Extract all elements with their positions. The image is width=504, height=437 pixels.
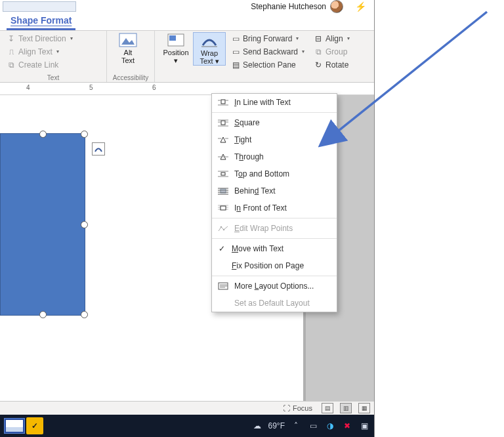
ruler-mark: 5 (89, 84, 93, 91)
group-button: ⧉ Group (311, 45, 356, 58)
menu-move-with-label: Move with Text (232, 244, 330, 253)
resize-handle[interactable] (39, 311, 47, 318)
menu-edit-wrap-label: Edit Wrap Points (234, 224, 330, 233)
wrap-text-menu: In Line with Text Square Tight Through T… (211, 93, 337, 312)
menu-behind-label: Behind Text (234, 186, 330, 196)
chevron-down-icon: ▾ (296, 35, 299, 41)
square-icon (217, 118, 229, 127)
menu-inline[interactable]: In Line with Text (212, 94, 337, 111)
view-web-icon[interactable]: ▦ (358, 403, 370, 413)
ruler-mark: 6 (152, 84, 156, 91)
avatar[interactable] (330, 0, 343, 13)
tray-alert-icon[interactable]: ✖ (341, 420, 353, 432)
search-input[interactable] (3, 1, 76, 12)
focus-icon: ⛶ (283, 404, 290, 412)
word-window: Stephanie Hutcheson ⚡ Shape Format ↧ Tex… (0, 0, 375, 437)
menu-behind-text[interactable]: Behind Text (212, 182, 337, 199)
tray-meet-icon[interactable]: ▭ (307, 420, 319, 432)
text-direction-button: ↧ Text Direction ▾ (4, 32, 96, 45)
layout-options-badge[interactable] (92, 142, 105, 156)
selection-pane-icon: ▤ (231, 60, 240, 70)
alt-text-label: Alt Text (121, 49, 135, 64)
bring-forward-button[interactable]: ▭ Bring Forward ▾ (228, 32, 310, 45)
menu-square-label: Square (234, 118, 330, 127)
menu-through-label: Through (234, 152, 330, 161)
tray-app2-icon[interactable]: ▣ (358, 420, 370, 432)
menu-fix-position[interactable]: Fix Position on Page (212, 257, 337, 274)
bring-forward-icon: ▭ (231, 34, 240, 43)
group-label: Group (326, 47, 347, 56)
focus-label: Focus (293, 404, 312, 412)
infront-icon (217, 203, 229, 213)
alt-text-button[interactable]: Alt Text (111, 32, 145, 64)
menu-fix-position-label: Fix Position on Page (232, 261, 330, 270)
rotate-icon: ↻ (314, 60, 323, 70)
align-icon: ⊟ (314, 34, 323, 43)
resize-handle[interactable] (81, 221, 88, 228)
windows-taskbar: ✓ ☁ 69°F ˄ ▭ ◑ ✖ ▣ (0, 415, 374, 437)
chevron-down-icon: ▾ (347, 35, 350, 41)
weather-temp[interactable]: 69°F (268, 421, 285, 430)
menu-in-front-label: In Front of Text (234, 203, 330, 213)
selection-pane-label: Selection Pane (243, 60, 296, 70)
taskbar-word-thumb[interactable] (4, 418, 25, 434)
menu-top-bottom[interactable]: Top and Bottom (212, 165, 337, 182)
align-button[interactable]: ⊟ Align ▾ (311, 32, 356, 45)
user-name[interactable]: Stephanie Hutcheson (251, 2, 326, 11)
tray-chevron-icon[interactable]: ˄ (290, 420, 302, 432)
menu-set-default: Set as Default Layout (212, 295, 337, 312)
resize-handle[interactable] (81, 131, 88, 138)
wrap-text-button[interactable]: Wrap Text ▾ (193, 32, 226, 66)
align-text-icon: ⎍ (7, 47, 16, 56)
wrap-icon (94, 144, 103, 154)
svg-rect-3 (169, 35, 176, 41)
rotate-label: Rotate (326, 60, 348, 70)
menu-square[interactable]: Square (212, 114, 337, 131)
editwrap-icon (217, 224, 229, 233)
menu-in-front[interactable]: In Front of Text (212, 199, 337, 217)
inline-icon (217, 98, 229, 107)
align-text-label: Align Text (18, 47, 52, 56)
group-icon: ⧉ (314, 47, 323, 56)
share-icon[interactable]: ⚡ (355, 1, 366, 12)
menu-tight[interactable]: Tight (212, 131, 337, 148)
tab-shape-format[interactable]: Shape Format (7, 12, 75, 30)
focus-mode-button[interactable]: ⛶ Focus (280, 404, 315, 412)
svg-rect-19 (221, 173, 225, 175)
chevron-down-icon: ▾ (56, 49, 59, 54)
tray-app-icon[interactable]: ◑ (324, 420, 336, 432)
svg-rect-9 (221, 121, 225, 125)
menu-move-with-text[interactable]: ✓ Move with Text (212, 240, 337, 257)
status-bar: ⛶ Focus ▤ ▥ ▦ (0, 401, 374, 415)
view-print-icon[interactable]: ▥ (340, 403, 352, 413)
ribbon-tabs: Shape Format (0, 13, 374, 31)
resize-handle[interactable] (81, 311, 88, 318)
check-icon: ✓ (217, 244, 226, 253)
chevron-down-icon: ▾ (302, 49, 304, 54)
resize-handle[interactable] (39, 131, 47, 138)
create-link-button: ⧉ Create Link (4, 58, 96, 71)
svg-marker-14 (220, 137, 226, 142)
svg-point-32 (223, 229, 225, 231)
titlebar: Stephanie Hutcheson ⚡ (0, 0, 374, 13)
wrap-text-label: Wrap Text ▾ (200, 50, 219, 65)
tight-icon (217, 135, 229, 144)
view-read-icon[interactable]: ▤ (322, 403, 333, 413)
rotate-button[interactable]: ↻ Rotate (311, 58, 356, 71)
menu-more-layout[interactable]: More Layout Options... (212, 278, 337, 295)
menu-through[interactable]: Through (212, 148, 337, 165)
position-button[interactable]: Position ▾ (159, 32, 193, 64)
through-icon (217, 152, 229, 161)
position-label: Position ▾ (163, 49, 188, 64)
create-link-label: Create Link (18, 60, 58, 70)
send-backward-button[interactable]: ▭ Send Backward ▾ (228, 45, 310, 58)
weather-icon[interactable]: ☁ (251, 420, 263, 432)
menu-top-bottom-label: Top and Bottom (234, 169, 330, 178)
selected-shape[interactable] (0, 133, 85, 316)
position-icon (167, 32, 185, 48)
ribbon-group-accessibility: Alt Text Accessibility (107, 31, 155, 82)
group-label-accessibility: Accessibility (111, 74, 150, 81)
taskbar-norton-icon[interactable]: ✓ (26, 417, 43, 434)
text-direction-label: Text Direction (18, 34, 66, 43)
selection-pane-button[interactable]: ▤ Selection Pane (228, 58, 310, 71)
